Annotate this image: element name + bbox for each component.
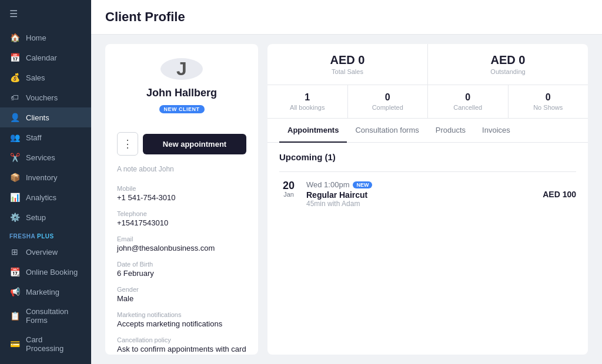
no-shows-value: 0 xyxy=(520,92,577,103)
clients-icon: 👤 xyxy=(9,113,20,122)
badge-row: NEW CLIENT xyxy=(117,103,246,123)
profile-card: J John Hallberg NEW CLIENT ⋮ New appoint… xyxy=(105,44,258,355)
tab-invoices[interactable]: Invoices xyxy=(474,119,519,143)
tab-appointments[interactable]: Appointments xyxy=(279,119,347,143)
all-bookings-label: All bookings xyxy=(279,104,336,111)
sidebar-item-label: Services xyxy=(26,153,55,162)
sidebar-plus-nav: ⊞Overview📆Online Booking📢Marketing📋Consu… xyxy=(0,242,91,364)
cancelled-stat: 0 Cancelled xyxy=(428,85,509,118)
sidebar-item-label: Vouchers xyxy=(26,93,58,102)
sidebar-item-label: Setup xyxy=(26,213,46,222)
sidebar-plus-item-card-processing[interactable]: 💳Card Processing xyxy=(0,330,91,358)
profile-field: Date of Birth6 February xyxy=(117,261,246,278)
setup-icon: ⚙️ xyxy=(9,213,20,222)
client-name: John Hallberg xyxy=(117,87,246,99)
cancelled-label: Cancelled xyxy=(440,104,496,111)
calendar-icon: 📅 xyxy=(9,53,20,62)
sidebar-item-label: Home xyxy=(26,33,46,42)
sidebar-item-inventory[interactable]: 📦Inventory xyxy=(0,167,91,187)
field-value: 6 February xyxy=(117,269,246,278)
action-row: ⋮ New appointment xyxy=(117,132,246,156)
sidebar-plus-item-label: Overview xyxy=(26,248,58,257)
field-value: Male xyxy=(117,294,246,303)
no-shows-stat: 0 No Shows xyxy=(509,85,588,118)
appointment-duration-staff: 45min with Adam xyxy=(306,200,534,208)
sidebar-item-setup[interactable]: ⚙️Setup xyxy=(0,207,91,227)
sidebar-plus-item-marketing[interactable]: 📢Marketing xyxy=(0,282,91,302)
sidebar-item-label: Sales xyxy=(26,73,45,82)
sidebar-item-label: Analytics xyxy=(26,193,56,202)
services-icon: ✂️ xyxy=(9,153,20,162)
new-appointment-button[interactable]: New appointment xyxy=(143,134,246,154)
field-value: Accepts marketing notifications xyxy=(117,319,246,328)
sidebar-plus-item-online-booking[interactable]: 📆Online Booking xyxy=(0,262,91,282)
field-label: Cancellation policy xyxy=(117,336,246,343)
field-label: Mobile xyxy=(117,185,246,192)
appointment-day-name: Wed 1:00pm xyxy=(306,180,349,189)
sidebar-plus-item-consultation-forms[interactable]: 📋Consultation Forms xyxy=(0,302,91,330)
tab-consultation-forms[interactable]: Consultation forms xyxy=(347,119,427,143)
completed-value: 0 xyxy=(360,92,416,103)
appointment-time-row: Wed 1:00pm NEW xyxy=(306,180,534,189)
card-processing-icon: 💳 xyxy=(9,339,20,349)
appointment-details: Wed 1:00pm NEW Regular Haircut 45min wit… xyxy=(306,180,534,208)
tab-products[interactable]: Products xyxy=(427,119,474,143)
total-sales-stat: AED 0 Total Sales xyxy=(267,44,428,85)
sidebar-item-staff[interactable]: 👥Staff xyxy=(0,127,91,147)
profile-note: A note about John xyxy=(117,165,246,173)
profile-fields: Mobile+1 541-754-3010Telephone+154175430… xyxy=(117,185,246,355)
profile-field: Telephone+15417543010 xyxy=(117,210,246,227)
new-client-badge: NEW CLIENT xyxy=(159,105,205,113)
field-label: Telephone xyxy=(117,210,246,217)
outstanding-value: AED 0 xyxy=(440,53,576,67)
sidebar-plus-item-overview[interactable]: ⊞Overview xyxy=(0,242,91,262)
sidebar-item-home[interactable]: 🏠Home xyxy=(0,28,91,48)
marketing-icon: 📢 xyxy=(9,287,20,296)
appointment-month: Jan xyxy=(279,191,298,198)
stats-bottom: 1 All bookings 0 Completed 0 Cancelled 0… xyxy=(267,85,588,119)
field-label: Date of Birth xyxy=(117,261,246,268)
all-bookings-stat: 1 All bookings xyxy=(267,85,348,118)
tabs-row: AppointmentsConsultation formsProductsIn… xyxy=(267,119,588,143)
sidebar-plus-item-label: Card Processing xyxy=(26,335,82,353)
sidebar-nav: 🏠Home📅Calendar💰Sales🏷Vouchers👤Clients👥St… xyxy=(0,28,91,227)
appointment-new-badge: NEW xyxy=(353,181,372,188)
sidebar-item-analytics[interactable]: 📊Analytics xyxy=(0,187,91,207)
appointments-divider xyxy=(279,171,576,172)
stats-top: AED 0 Total Sales AED 0 Outstanding xyxy=(267,44,588,85)
sidebar-item-label: Calendar xyxy=(26,53,57,62)
online-booking-icon: 📆 xyxy=(9,267,20,277)
sidebar-item-sales[interactable]: 💰Sales xyxy=(0,68,91,87)
field-label: Email xyxy=(117,235,246,242)
total-sales-label: Total Sales xyxy=(279,68,416,75)
field-label: Marketing notifications xyxy=(117,311,246,318)
sidebar-plus-item-label: Online Booking xyxy=(26,268,78,277)
sidebar-item-label: Inventory xyxy=(26,173,57,182)
sidebar-item-services[interactable]: ✂️Services xyxy=(0,147,91,167)
outstanding-stat: AED 0 Outstanding xyxy=(428,44,588,85)
sidebar-item-label: Clients xyxy=(26,113,49,122)
sidebar-header: ☰ xyxy=(0,0,91,28)
all-bookings-value: 1 xyxy=(279,92,336,103)
sidebar: ☰ 🏠Home📅Calendar💰Sales🏷Vouchers👤Clients👥… xyxy=(0,0,91,364)
sales-icon: 💰 xyxy=(9,73,20,82)
staff-icon: 👥 xyxy=(9,133,20,142)
profile-field: Marketing notificationsAccepts marketing… xyxy=(117,311,246,328)
sidebar-item-calendar[interactable]: 📅Calendar xyxy=(0,48,91,68)
right-panel: AED 0 Total Sales AED 0 Outstanding 1 Al… xyxy=(267,44,588,355)
consultation-forms-icon: 📋 xyxy=(9,311,20,321)
appointment-row: 20 Jan Wed 1:00pm NEW Regular Haircut 45… xyxy=(279,180,576,208)
no-shows-label: No Shows xyxy=(520,104,577,111)
profile-field: Cancellation policyAsk to confirm appoin… xyxy=(117,336,246,353)
appointment-day: 20 xyxy=(279,180,298,191)
sidebar-plus-item-label: Consultation Forms xyxy=(26,307,82,325)
more-options-button[interactable]: ⋮ xyxy=(117,132,138,156)
completed-stat: 0 Completed xyxy=(348,85,429,118)
field-value: Ask to confirm appointments with card xyxy=(117,345,246,353)
sidebar-item-vouchers[interactable]: 🏷Vouchers xyxy=(0,87,91,107)
sidebar-item-clients[interactable]: 👤Clients xyxy=(0,107,91,127)
hamburger-icon[interactable]: ☰ xyxy=(9,8,18,19)
outstanding-label: Outstanding xyxy=(440,68,576,75)
field-value: john@thesalonbusiness.com xyxy=(117,244,246,252)
sidebar-plus-item-client-messages[interactable]: 💬Client Messages xyxy=(0,358,91,364)
